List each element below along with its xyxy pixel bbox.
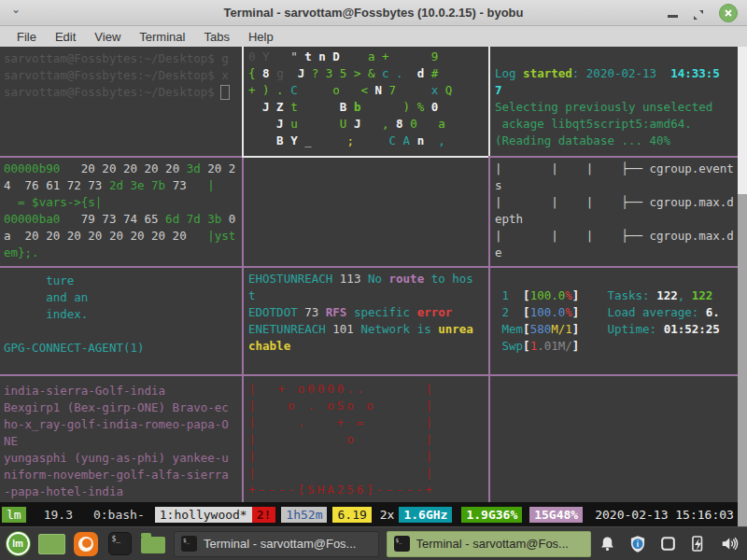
- pane-cgroup-tree[interactable]: | | | ├── cgroup.events| | | ├── cgroup.…: [491, 159, 736, 265]
- terminal-text-segment: 8: [396, 117, 410, 131]
- terminal-text-segment: {: [248, 66, 262, 80]
- firefox-icon: [74, 532, 98, 556]
- terminal-text-segment: to hos: [431, 272, 473, 286]
- load-average-indicator: 6.19: [332, 507, 371, 523]
- release-indicator: 19.3: [39, 507, 78, 523]
- terminal-text-segment: 00000b90: [4, 161, 81, 175]
- terminal-text-segment: unrea: [438, 322, 473, 336]
- terminal-text-segment: 113: [340, 272, 368, 286]
- pane-hexdump[interactable]: 00000b90 20 20 20 20 20 3d 20 24 76 61 7…: [0, 159, 241, 265]
- terminal-text-segment: 6d 7d 3b: [165, 212, 229, 226]
- launcher-mint-menu[interactable]: lm: [5, 530, 31, 558]
- terminal-text-segment: C A: [389, 133, 417, 147]
- menu-item-view[interactable]: View: [85, 30, 130, 44]
- minimize-button[interactable]: [668, 15, 678, 18]
- terminal-text-segment: chable: [248, 339, 290, 353]
- terminal-text-segment: <: [360, 83, 374, 97]
- terminal-line: | o . oSo o |: [248, 398, 487, 414]
- menu-item-file[interactable]: File: [7, 30, 46, 44]
- terminal-text-segment: Load average:: [607, 305, 705, 319]
- terminal-text-segment: = $vars->{s|: [4, 195, 102, 209]
- square-outline-icon[interactable]: [659, 535, 677, 553]
- terminal-text-segment: M/1: [551, 322, 572, 336]
- menu-item-terminal[interactable]: Terminal: [130, 30, 194, 44]
- terminal-line: Selecting previously unselected: [495, 99, 736, 116]
- launcher-terminal[interactable]: $_: [106, 530, 133, 558]
- terminal-line: 1 [100.0%] Tasks: 122, 122: [495, 287, 736, 304]
- scrollbar-thumb[interactable]: [738, 194, 747, 526]
- terminal-text-segment: | + o0000.. |: [248, 382, 435, 396]
- terminal-text-segment: ;: [346, 133, 354, 147]
- terminal-text-segment: [579, 305, 607, 319]
- close-button[interactable]: [719, 4, 738, 22]
- terminal-icon: $_: [181, 536, 197, 552]
- terminal-text-segment: ,: [424, 133, 445, 147]
- update-manager-shield-icon[interactable]: i: [628, 535, 647, 553]
- terminal-text-segment: started: [523, 66, 572, 80]
- terminal-text-segment: Q: [445, 83, 453, 97]
- terminal-text-segment: RFS: [326, 305, 354, 319]
- terminal-text-segment: s: [495, 178, 502, 192]
- terminal-text-segment: + ) .: [248, 83, 290, 97]
- pane-ssh-randomart[interactable]: | + o0000.. || o . oSo o || . + = || o |…: [245, 379, 487, 502]
- window-0-bash: 0:bash-: [89, 507, 149, 523]
- pane-empty-middle[interactable]: [245, 159, 487, 265]
- terminal-text-segment: sarvottam@Fossbytes:~/Desktop$ g: [4, 51, 229, 65]
- terminal-line: t: [248, 287, 487, 304]
- terminal-line: Swp[1.01M/]: [495, 338, 736, 355]
- terminal-line: e: [495, 245, 736, 261]
- pane-border: [488, 156, 738, 158]
- terminal-text-segment: route: [389, 272, 431, 286]
- terminal-pane-grid: sarvottam@Fossbytes:~/Desktop$ gsarvotta…: [0, 47, 747, 502]
- pane-nato-phonetic[interactable]: india-sierra-Golf-indiaBexgirp1 (Bex-gir…: [0, 381, 241, 502]
- terminal-text-segment: a 20 20 20 20 20 20 20 20: [4, 229, 207, 243]
- menu-item-tabs[interactable]: Tabs: [194, 30, 238, 44]
- launcher-firefox[interactable]: [73, 530, 99, 558]
- terminal-text-segment: 8: [262, 66, 276, 80]
- terminal-line: chable: [248, 338, 487, 355]
- terminal-text-segment: [221, 86, 229, 99]
- uptime-indicator: 1h52m: [281, 507, 327, 523]
- terminal-text-segment: 122: [692, 288, 713, 302]
- taskbar-window-label: Terminal - sarvottam@Fos...: [416, 537, 569, 551]
- terminal-text-segment: | | | ├── cgroup.max.d: [495, 229, 734, 243]
- terminal-text-segment: Bexgirp1 (Bex-girp-ONE) Bravo-ec: [4, 400, 229, 414]
- terminal-scrollbar[interactable]: [738, 47, 747, 526]
- terminal-line: + ) . C o < N 7 x Q: [248, 82, 487, 99]
- pane-apt-log[interactable]: Log started: 2020-02-13 14:33:57Selectin…: [491, 47, 736, 155]
- notification-bell-icon[interactable]: [599, 535, 616, 553]
- byobu-logo-indicator: lm: [2, 507, 26, 523]
- pane-system-monitor[interactable]: 1 [100.0%] Tasks: 122, 122 2 [100.0%] Lo…: [491, 269, 736, 373]
- launcher-show-desktop[interactable]: [38, 530, 65, 558]
- terminal-line: [495, 49, 736, 65]
- pane-border: [242, 156, 488, 158]
- terminal-text-segment: 0 Y: [248, 49, 290, 63]
- pane-errno-list[interactable]: EHOSTUNREACH 113 No route to hostEDOTDOT…: [245, 269, 487, 373]
- terminal-line: s: [495, 177, 736, 194]
- power-battery-icon[interactable]: [689, 535, 707, 553]
- terminal-text-segment: [248, 117, 276, 131]
- terminal-line: yungasphi (yung-as-phi) yankee-u: [4, 450, 241, 467]
- pane-gpg-manpage[interactable]: ture and an index. GPG-CONNECT-AGENT(1): [0, 271, 241, 373]
- terminal-text-segment: Uptime:: [607, 322, 663, 336]
- menu-item-help[interactable]: Help: [239, 30, 283, 44]
- terminal-line: J u U J , 8 0 a: [248, 116, 487, 133]
- terminal-text-segment: specific: [354, 305, 417, 319]
- launcher-files[interactable]: [140, 530, 166, 558]
- taskbar-window-terminal-2-active[interactable]: $_ Terminal - sarvottam@Fos...: [387, 531, 592, 557]
- pane-empty-bottom-right[interactable]: [491, 379, 736, 502]
- terminal-text-segment: 2: [495, 305, 523, 319]
- terminal-text-segment: em};.: [4, 245, 39, 259]
- terminal-text-segment: ho-x_ray-golf-india-romeo-papa-O: [4, 417, 229, 431]
- taskbar-window-terminal-1[interactable]: $_ Terminal - sarvottam@Fos...: [174, 531, 379, 557]
- terminal-text-segment: : 2020-02-13: [572, 66, 670, 80]
- menu-item-edit[interactable]: Edit: [46, 30, 85, 44]
- volume-icon[interactable]: [719, 535, 739, 553]
- pane-matrix-rain[interactable]: 0 Y " t n D a + 9{ 8 g J ? 3 5 > & c . d…: [245, 47, 487, 155]
- terminal-text-segment: 0: [229, 212, 236, 226]
- terminal-text-segment: (Reading database ... 40%: [495, 133, 670, 147]
- restore-button[interactable]: [693, 7, 704, 19]
- terminal-text-segment: u U: [290, 117, 354, 131]
- window-menu-chevron-icon[interactable]: ⌄: [11, 4, 21, 15]
- pane-shell-prompts[interactable]: sarvottam@Fossbytes:~/Desktop$ gsarvotta…: [0, 49, 241, 155]
